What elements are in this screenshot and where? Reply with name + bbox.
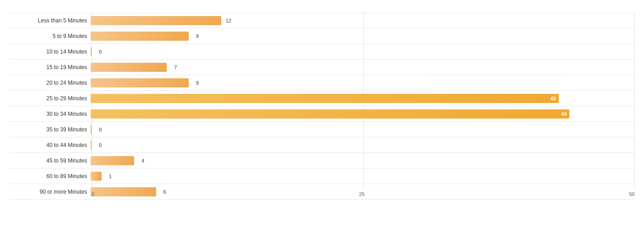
- bar-area: 4: [91, 153, 635, 168]
- bar-row: 25 to 29 Minutes43: [9, 91, 635, 106]
- row-label: 10 to 14 Minutes: [9, 49, 91, 55]
- row-label: Less than 5 Minutes: [9, 17, 91, 24]
- bar-area: 7: [91, 60, 635, 75]
- bar-area: 43: [91, 91, 635, 106]
- bar: 43: [91, 94, 559, 103]
- bar-row: 15 to 19 Minutes7: [9, 60, 635, 75]
- bar-area: 1: [91, 168, 635, 184]
- bar-row: 60 to 89 Minutes1: [9, 168, 635, 184]
- row-label: 20 to 24 Minutes: [9, 80, 91, 86]
- bar-value: 0: [99, 142, 102, 148]
- chart-area: Less than 5 Minutes125 to 9 Minutes910 t…: [9, 13, 635, 202]
- bar: 9: [91, 32, 189, 41]
- row-label: 60 to 89 Minutes: [9, 173, 91, 179]
- x-axis-label: 50: [629, 191, 635, 197]
- bar: 0: [91, 125, 92, 134]
- bar: 9: [91, 78, 189, 87]
- row-label: 30 to 34 Minutes: [9, 111, 91, 117]
- bar-row: 45 to 59 Minutes4: [9, 153, 635, 168]
- row-label: 90 or more Minutes: [9, 189, 91, 195]
- x-axis-label: 0: [92, 191, 94, 197]
- x-axis-label: 25: [359, 191, 365, 197]
- bar-area: 12: [91, 13, 635, 28]
- bar-value: 1: [109, 174, 112, 179]
- bar: 1: [91, 172, 102, 181]
- bar-area: 9: [91, 75, 635, 90]
- bar-area: 9: [91, 28, 635, 43]
- bar-area: 0: [91, 137, 635, 152]
- bar: 4: [91, 156, 134, 165]
- row-label: 35 to 39 Minutes: [9, 126, 91, 133]
- bar-row: 10 to 14 Minutes0: [9, 44, 635, 60]
- row-label: 40 to 44 Minutes: [9, 142, 91, 148]
- bar-area: 0: [91, 122, 635, 137]
- bar-value: 7: [174, 65, 177, 70]
- row-label: 25 to 29 Minutes: [9, 95, 91, 102]
- bar: 12: [91, 16, 221, 25]
- bar-row: 20 to 24 Minutes9: [9, 75, 635, 91]
- row-label: 15 to 19 Minutes: [9, 64, 91, 71]
- bar-value: 44: [561, 111, 567, 117]
- row-label: 5 to 9 Minutes: [9, 33, 91, 39]
- chart-container: Less than 5 Minutes125 to 9 Minutes910 t…: [0, 0, 644, 239]
- bar-value: 9: [196, 33, 199, 39]
- bar: 44: [91, 109, 569, 119]
- bar-value: 9: [196, 80, 199, 86]
- bar-row: Less than 5 Minutes12: [9, 13, 635, 28]
- bar-row: 5 to 9 Minutes9: [9, 28, 635, 44]
- bar-area: 0: [91, 44, 635, 59]
- bar-value: 0: [99, 49, 102, 54]
- bar-row: 40 to 44 Minutes0: [9, 137, 635, 153]
- row-label: 45 to 59 Minutes: [9, 158, 91, 164]
- bar-value: 4: [142, 158, 144, 163]
- rows-container: Less than 5 Minutes125 to 9 Minutes910 t…: [9, 13, 635, 190]
- bar: 0: [91, 141, 92, 150]
- bar-row: 30 to 34 Minutes44: [9, 106, 635, 122]
- bar-value: 0: [99, 127, 102, 132]
- bar: 7: [91, 63, 167, 72]
- bar-area: 44: [91, 106, 635, 121]
- x-axis: 02550: [92, 190, 635, 202]
- bar-row: 35 to 39 Minutes0: [9, 122, 635, 137]
- bar-value: 43: [550, 96, 556, 101]
- bar: 0: [91, 47, 92, 56]
- bar-value: 12: [226, 18, 231, 23]
